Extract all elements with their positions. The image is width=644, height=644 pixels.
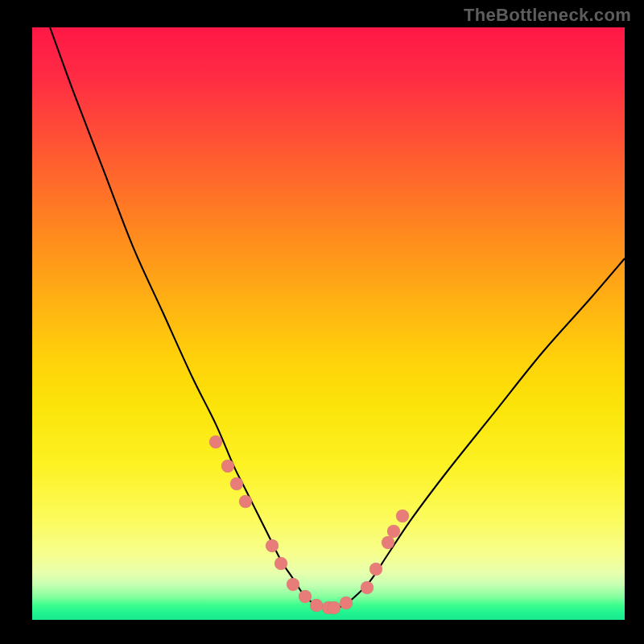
- data-marker: [287, 578, 299, 591]
- data-marker: [221, 460, 234, 473]
- data-marker: [382, 536, 394, 549]
- data-marker: [266, 539, 279, 552]
- data-marker: [369, 563, 382, 576]
- data-marker: [396, 510, 409, 522]
- chart-frame: TheBottleneck.com: [0, 0, 644, 644]
- data-marker: [299, 590, 312, 603]
- data-marker: [310, 599, 323, 612]
- data-marker: [239, 495, 252, 508]
- data-marker: [328, 601, 341, 614]
- data-marker: [275, 557, 287, 570]
- curve-path: [50, 27, 625, 608]
- data-marker: [361, 581, 374, 594]
- watermark-text: TheBottleneck.com: [464, 5, 631, 26]
- data-marker: [209, 436, 222, 448]
- curve-svg: [32, 27, 625, 620]
- data-marker: [340, 597, 353, 609]
- data-marker: [387, 525, 400, 538]
- plot-area: [32, 27, 625, 620]
- data-marker: [230, 477, 243, 490]
